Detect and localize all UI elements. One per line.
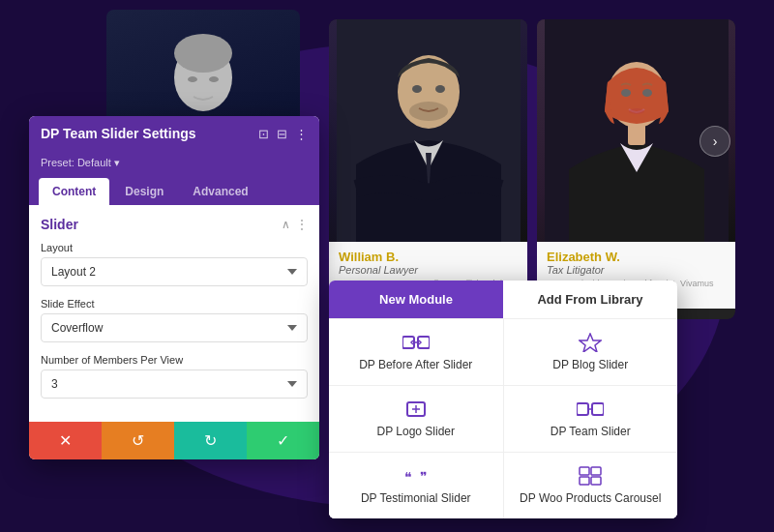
dp-blog-slider-icon <box>579 333 602 352</box>
elizabeth-name: Elizabeth W. <box>547 250 726 264</box>
module-tabs: New Module Add From Library <box>329 281 677 319</box>
section-more-icon[interactable]: ⋮ <box>296 218 308 231</box>
panel-header: DP Team Slider Settings ⊡ ⊟ ⋮ <box>29 116 319 151</box>
dp-team-slider-icon <box>577 399 604 419</box>
team-card-elizabeth: Elizabeth W. Tax Litigator Aenean tincid… <box>537 19 735 319</box>
tab-add-from-library[interactable]: Add From Library <box>503 281 677 318</box>
slider-next-button[interactable]: › <box>700 126 730 157</box>
module-item-dp-testimonial-slider[interactable]: ❝❞ DP Testimonial Slider <box>329 453 503 518</box>
tab-new-module[interactable]: New Module <box>329 281 503 318</box>
panel-body: Slider ∧ ⋮ Layout Layout 2 Slide Effect … <box>29 205 319 422</box>
dp-blog-slider-name: DP Blog Slider <box>552 358 628 371</box>
svg-point-13 <box>642 89 652 97</box>
undo-icon: ↺ <box>132 431 144 450</box>
columns-icon[interactable]: ⊟ <box>277 127 287 141</box>
panel-title: DP Team Slider Settings <box>41 126 196 141</box>
panel-header-icons: ⊡ ⊟ ⋮ <box>258 127 308 141</box>
svg-point-8 <box>409 102 448 121</box>
slide-effect-select[interactable]: Coverflow <box>41 313 308 342</box>
svg-rect-15 <box>402 337 414 348</box>
preset-label[interactable]: Preset: Default ▾ <box>41 157 120 168</box>
panel-tabs: Content Design Advanced <box>29 178 319 205</box>
module-item-dp-blog-slider[interactable]: DP Blog Slider <box>504 319 678 385</box>
check-icon: ✓ <box>277 431 289 450</box>
svg-point-6 <box>412 85 422 93</box>
redo-button[interactable]: ↻ <box>174 422 247 459</box>
panel-preset: Preset: Default ▾ <box>29 151 319 178</box>
scene: William B. Personal Lawyer Integer sempe… <box>10 10 764 522</box>
tab-advanced[interactable]: Advanced <box>179 178 261 205</box>
dp-woo-products-carousel-name: DP Woo Products Carousel <box>520 491 661 505</box>
slide-effect-label: Slide Effect <box>41 298 308 310</box>
save-button[interactable]: ✓ <box>247 422 319 459</box>
svg-rect-19 <box>577 403 588 415</box>
svg-rect-23 <box>580 467 589 475</box>
svg-point-1 <box>174 34 232 73</box>
more-options-icon[interactable]: ⋮ <box>295 127 308 141</box>
new-module-panel: New Module Add From Library DP Before Af… <box>329 281 677 518</box>
dp-before-after-slider-name: DP Before After Slider <box>359 358 472 371</box>
svg-rect-24 <box>591 467 601 475</box>
dp-logo-slider-name: DP Logo Slider <box>377 425 456 438</box>
slide-effect-field-group: Slide Effect Coverflow <box>41 298 308 342</box>
module-item-dp-before-after-slider[interactable]: DP Before After Slider <box>329 319 503 385</box>
collapse-icon[interactable]: ∧ <box>282 218 290 231</box>
dp-logo-slider-icon <box>404 399 428 419</box>
william-photo <box>329 19 527 242</box>
settings-panel: DP Team Slider Settings ⊡ ⊟ ⋮ Preset: De… <box>29 116 319 459</box>
dp-woo-products-carousel-icon <box>579 466 602 486</box>
tab-content[interactable]: Content <box>39 178 109 205</box>
x-icon: ✕ <box>59 431 72 450</box>
section-header: Slider ∧ ⋮ <box>41 217 308 232</box>
svg-text:❞: ❞ <box>420 469 428 485</box>
undo-button[interactable]: ↺ <box>102 422 174 459</box>
layout-field-group: Layout Layout 2 <box>41 242 308 286</box>
team-card-william: William B. Personal Lawyer Integer sempe… <box>329 19 527 319</box>
svg-text:❝: ❝ <box>404 469 412 485</box>
module-item-dp-team-slider[interactable]: DP Team Slider <box>504 386 678 452</box>
dp-testimonial-slider-icon: ❝❞ <box>402 466 430 486</box>
layout-select[interactable]: Layout 2 <box>41 257 308 286</box>
panel-footer: ✕ ↺ ↻ ✓ <box>29 422 319 459</box>
dp-before-after-slider-icon <box>402 333 430 352</box>
cancel-button[interactable]: ✕ <box>29 422 102 459</box>
william-role: Personal Lawyer <box>339 264 518 276</box>
svg-rect-16 <box>418 337 430 348</box>
svg-rect-20 <box>592 403 604 415</box>
elizabeth-role: Tax Litigator <box>547 264 726 276</box>
svg-rect-26 <box>591 477 601 485</box>
module-item-dp-logo-slider[interactable]: DP Logo Slider <box>329 386 503 452</box>
dp-testimonial-slider-name: DP Testimonial Slider <box>361 491 471 505</box>
chevron-right-icon: › <box>713 133 718 149</box>
module-item-dp-woo-products-carousel[interactable]: DP Woo Products Carousel <box>504 453 678 518</box>
members-per-view-select[interactable]: 3 <box>41 369 308 399</box>
section-header-icons: ∧ ⋮ <box>282 218 308 231</box>
svg-marker-17 <box>580 334 601 352</box>
members-per-view-field-group: Number of Members Per View 3 <box>41 354 308 399</box>
team-slider-preview: William B. Personal Lawyer Integer sempe… <box>329 19 735 319</box>
svg-point-3 <box>209 76 219 82</box>
members-per-view-label: Number of Members Per View <box>41 354 308 366</box>
section-title: Slider <box>41 217 78 232</box>
william-name: William B. <box>339 250 518 264</box>
svg-point-14 <box>629 108 644 114</box>
layout-label: Layout <box>41 242 308 253</box>
svg-rect-25 <box>580 477 589 485</box>
dp-team-slider-name: DP Team Slider <box>551 425 631 438</box>
svg-point-2 <box>188 76 197 82</box>
fullscreen-icon[interactable]: ⊡ <box>258 127 269 141</box>
tab-design[interactable]: Design <box>111 178 177 205</box>
svg-point-7 <box>435 85 445 93</box>
redo-icon: ↻ <box>204 431 217 450</box>
module-grid: DP Before After Slider DP Blog Slider DP… <box>329 319 677 518</box>
svg-point-12 <box>621 89 631 97</box>
